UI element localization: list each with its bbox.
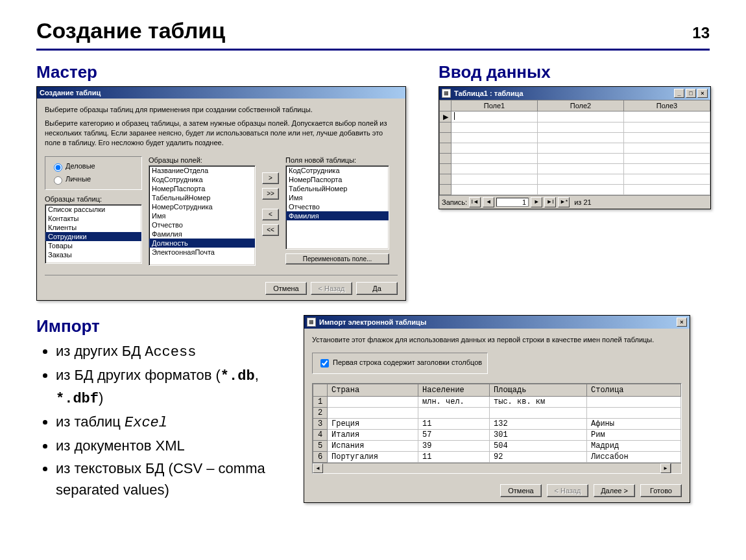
- radio-business[interactable]: Деловые: [51, 160, 136, 173]
- list-item[interactable]: Фамилия: [286, 211, 389, 220]
- list-item[interactable]: НомерПаспорта: [286, 175, 389, 184]
- list-item[interactable]: КодСотрудника: [286, 166, 389, 175]
- list-item[interactable]: Отчество: [149, 220, 255, 229]
- divider: [36, 49, 710, 51]
- cell[interactable]: [538, 164, 624, 174]
- row-selector[interactable]: ▶: [440, 111, 451, 122]
- back-button[interactable]: < Назад: [311, 282, 352, 295]
- column-header[interactable]: Площадь: [490, 384, 587, 396]
- cell: Рим: [587, 429, 681, 440]
- radio-personal[interactable]: Личные: [51, 173, 136, 186]
- cell[interactable]: [538, 143, 624, 154]
- record-number-input[interactable]: [496, 198, 529, 207]
- list-item[interactable]: Сотрудники: [45, 232, 141, 241]
- cell[interactable]: [624, 174, 710, 185]
- cell: 11: [418, 451, 490, 462]
- list-item[interactable]: Отчество: [286, 202, 389, 211]
- back-button[interactable]: < Назад: [547, 484, 588, 497]
- rename-field-button[interactable]: Переименовать поле...: [285, 253, 389, 264]
- cell[interactable]: [624, 185, 710, 195]
- cell[interactable]: [624, 154, 710, 164]
- cell[interactable]: [451, 174, 538, 185]
- cell[interactable]: [451, 111, 538, 122]
- minimize-button[interactable]: _: [674, 89, 684, 98]
- listbox-new-fields[interactable]: КодСотрудника НомерПаспорта ТабельныйНом…: [285, 165, 389, 250]
- row-selector[interactable]: [440, 185, 451, 195]
- list-item[interactable]: Товары: [45, 241, 141, 250]
- finish-button[interactable]: Готово: [640, 484, 682, 497]
- list-item[interactable]: Имя: [286, 193, 389, 202]
- horizontal-scrollbar[interactable]: ◄ ►: [313, 463, 681, 473]
- cell[interactable]: [538, 111, 624, 122]
- cell[interactable]: [624, 143, 710, 154]
- nav-prev-button[interactable]: ◄: [483, 197, 494, 207]
- list-item[interactable]: ТабельныйНомер: [286, 184, 389, 193]
- list-item[interactable]: Фамилия: [149, 229, 255, 239]
- cell[interactable]: [624, 122, 710, 133]
- maximize-button[interactable]: □: [686, 89, 696, 98]
- cell[interactable]: [538, 154, 624, 164]
- row-selector[interactable]: [440, 133, 451, 143]
- list-item[interactable]: НазваниеОтдела: [149, 166, 255, 175]
- row-selector[interactable]: [440, 143, 451, 154]
- list-item[interactable]: НомерПаспорта: [149, 184, 255, 193]
- cell[interactable]: [538, 122, 624, 133]
- cell[interactable]: [451, 122, 538, 133]
- cell[interactable]: [624, 164, 710, 174]
- nav-first-button[interactable]: I◄: [469, 197, 481, 207]
- cell[interactable]: [538, 185, 624, 195]
- cell[interactable]: [451, 143, 538, 154]
- cancel-button[interactable]: Отмена: [265, 282, 307, 295]
- nav-next-button[interactable]: ►: [531, 197, 542, 207]
- nav-last-button[interactable]: ►I: [544, 197, 556, 207]
- list-item[interactable]: Должность: [149, 239, 255, 248]
- cell: Лиссабон: [587, 451, 681, 462]
- first-row-headers-checkbox[interactable]: Первая строка содержит заголовки столбцо…: [312, 353, 488, 374]
- column-header[interactable]: Поле3: [624, 100, 710, 111]
- cancel-button[interactable]: Отмена: [500, 484, 542, 497]
- row-selector[interactable]: [440, 154, 451, 164]
- list-item[interactable]: Имя: [149, 211, 255, 220]
- column-header[interactable]: Поле2: [538, 100, 624, 111]
- close-button[interactable]: ×: [677, 318, 687, 327]
- list-item[interactable]: ЭлектооннаяПочта: [149, 248, 255, 257]
- move-one-left-button[interactable]: <: [262, 209, 279, 220]
- nav-new-button[interactable]: ►*: [558, 197, 570, 207]
- move-one-right-button[interactable]: >: [262, 172, 279, 184]
- column-header[interactable]: Население: [418, 384, 490, 396]
- listbox-sample-fields[interactable]: НазваниеОтдела КодСотрудника НомерПаспор…: [149, 165, 256, 266]
- cell[interactable]: [451, 185, 538, 195]
- column-header[interactable]: Страна: [328, 384, 418, 396]
- move-all-right-button[interactable]: >>: [262, 188, 279, 200]
- scroll-right-button[interactable]: ►: [660, 463, 671, 473]
- cell[interactable]: [624, 111, 710, 122]
- scroll-left-button[interactable]: ◄: [313, 463, 323, 473]
- import-preview-table[interactable]: Страна Население Площадь Столица 1млн. ч…: [313, 384, 681, 463]
- cell[interactable]: [451, 164, 538, 174]
- list-item[interactable]: НомерСотрудника: [149, 202, 255, 211]
- list-item[interactable]: Список рассылки: [45, 205, 141, 214]
- cell[interactable]: [538, 133, 624, 143]
- list-item[interactable]: КодСотрудника: [149, 175, 255, 184]
- column-header[interactable]: Столица: [587, 384, 681, 396]
- row-selector[interactable]: [440, 122, 451, 133]
- cell[interactable]: [451, 154, 538, 164]
- datasheet-grid[interactable]: Поле1 Поле2 Поле3 ▶: [439, 100, 710, 195]
- cell[interactable]: [538, 174, 624, 185]
- list-item[interactable]: Заказы: [45, 250, 141, 259]
- move-all-left-button[interactable]: <<: [262, 224, 279, 236]
- row-selector[interactable]: [440, 174, 451, 185]
- row-number: 2: [313, 407, 328, 418]
- list-item[interactable]: Клиенты: [45, 223, 141, 232]
- cell: 132: [490, 418, 587, 429]
- next-button[interactable]: Далее >: [594, 484, 635, 497]
- list-item[interactable]: Контакты: [45, 214, 141, 223]
- listbox-sample-tables[interactable]: Список рассылки Контакты Клиенты Сотрудн…: [45, 204, 142, 264]
- row-selector[interactable]: [440, 164, 451, 174]
- cell[interactable]: [451, 133, 538, 143]
- next-button[interactable]: Да: [356, 282, 398, 295]
- close-button[interactable]: ×: [697, 89, 708, 98]
- list-item[interactable]: ТабельныйНомер: [149, 193, 255, 202]
- column-header[interactable]: Поле1: [451, 100, 538, 111]
- cell[interactable]: [624, 133, 710, 143]
